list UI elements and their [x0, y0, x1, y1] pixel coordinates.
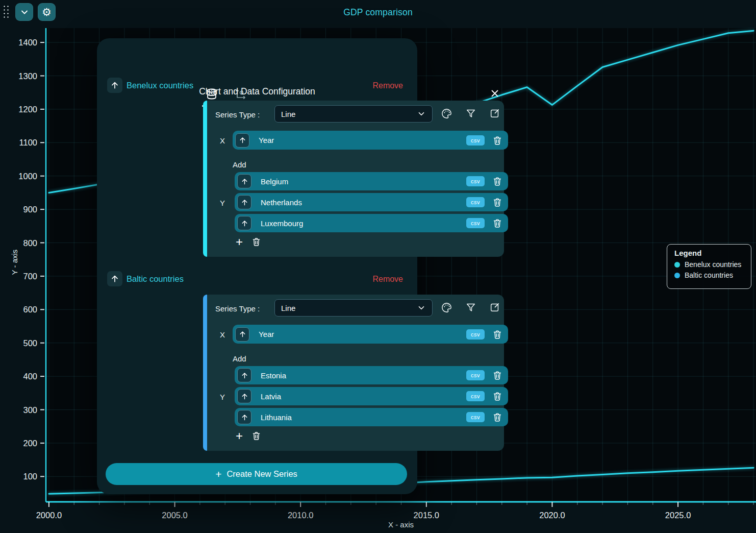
y-tick-label: 400	[23, 372, 37, 381]
y-tick-label: 1200	[18, 105, 37, 114]
drag-handle-icon[interactable]	[3, 5, 10, 20]
chart-legend[interactable]: Legend Benelux countries Baltic countrie…	[667, 244, 751, 289]
legend-label: Benelux countries	[685, 260, 741, 269]
field-row-year[interactable]: Year csv	[233, 325, 508, 344]
collapse-toolbar-button[interactable]	[15, 3, 33, 21]
move-up-button[interactable]	[235, 133, 249, 148]
csv-badge[interactable]: csv	[466, 391, 485, 401]
filter-button[interactable]	[464, 107, 477, 120]
delete-fields-button[interactable]	[251, 236, 262, 247]
series-panel-baltic: Series Type : Line X Year csv Add Y Esto…	[203, 295, 504, 451]
remove-series-baltic[interactable]: Remove	[372, 275, 403, 284]
y-axis-row-label: Y	[220, 199, 225, 207]
y-tick-label: 100	[23, 472, 37, 481]
close-icon	[489, 88, 500, 99]
move-up-button[interactable]	[237, 174, 251, 188]
palette-button[interactable]	[440, 107, 453, 120]
chevron-down-icon	[19, 7, 30, 17]
move-up-button[interactable]	[237, 216, 251, 230]
csv-badge[interactable]: csv	[466, 412, 485, 422]
field-label: Year	[259, 330, 466, 338]
field-row-latvia[interactable]: Latvia csv	[235, 387, 508, 405]
funnel-icon	[465, 108, 476, 119]
trash-icon[interactable]	[492, 135, 503, 146]
collapse-series-benelux-button[interactable]	[107, 78, 122, 93]
field-row-luxembourg[interactable]: Luxembourg csv	[235, 214, 508, 232]
csv-badge[interactable]: csv	[466, 135, 485, 146]
settings-button[interactable]: ⚙	[38, 3, 56, 21]
csv-badge[interactable]: csv	[466, 218, 485, 228]
trash-icon[interactable]	[492, 391, 503, 402]
legend-dot-benelux	[674, 262, 680, 268]
filter-button[interactable]	[464, 301, 477, 314]
y-tick-label: 500	[23, 338, 37, 348]
create-new-series-button[interactable]: + Create New Series	[106, 463, 407, 485]
x-tick-label: 2015.0	[414, 511, 439, 520]
move-up-button[interactable]	[237, 389, 251, 403]
move-up-button[interactable]	[237, 368, 251, 382]
y-tick-label: 700	[23, 272, 37, 281]
add-label[interactable]: Add	[233, 354, 246, 363]
trash-icon[interactable]	[492, 176, 503, 187]
field-row-belgium[interactable]: Belgium csv	[235, 172, 508, 190]
edit-icon	[489, 108, 500, 119]
x-axis-row-label: X	[220, 136, 225, 145]
move-up-button[interactable]	[235, 327, 249, 342]
series-type-label: Series Type :	[215, 304, 260, 313]
chart-config-dialog: Chart and Data Configuration Benelux cou…	[97, 38, 417, 494]
trash-icon[interactable]	[492, 217, 503, 229]
legend-item: Baltic countries	[674, 271, 751, 279]
y-axis-row-label: Y	[220, 393, 225, 401]
trash-icon[interactable]	[492, 370, 503, 381]
field-row-netherlands[interactable]: Netherlands csv	[235, 193, 508, 211]
palette-icon	[441, 108, 452, 119]
add-field-button[interactable]: +	[236, 237, 243, 247]
palette-icon	[441, 302, 452, 313]
series-type-select[interactable]: Line	[274, 299, 433, 317]
remove-series-benelux[interactable]: Remove	[372, 81, 403, 90]
arrow-up-icon	[110, 80, 120, 90]
y-tick-label: 1000	[18, 172, 37, 181]
legend-label: Baltic countries	[685, 271, 733, 279]
delete-fields-button[interactable]	[251, 430, 262, 441]
chevron-down-icon	[417, 303, 426, 312]
close-dialog-button[interactable]	[488, 86, 502, 101]
field-label: Lithuania	[261, 413, 466, 422]
legend-dot-baltic	[674, 273, 680, 278]
field-label: Latvia	[261, 392, 466, 401]
field-row-year[interactable]: Year csv	[233, 131, 508, 150]
series-accent-bar	[203, 295, 207, 451]
palette-button[interactable]	[440, 301, 453, 314]
series-type-select[interactable]: Line	[274, 105, 433, 123]
y-tick-label: 300	[23, 405, 37, 415]
trash-icon[interactable]	[492, 411, 503, 423]
x-tick-label: 2010.0	[288, 511, 313, 520]
edit-button[interactable]	[488, 301, 501, 314]
move-up-button[interactable]	[237, 410, 251, 424]
create-new-series-label: Create New Series	[226, 469, 297, 479]
x-tick-label: 2025.0	[665, 511, 691, 520]
collapse-series-baltic-button[interactable]	[107, 271, 122, 286]
series-type-value: Line	[281, 304, 295, 312]
csv-badge[interactable]: csv	[466, 176, 485, 186]
field-label: Luxembourg	[261, 219, 466, 228]
move-up-button[interactable]	[237, 195, 251, 209]
edit-icon	[489, 302, 500, 313]
add-label[interactable]: Add	[233, 160, 246, 169]
series-type-value: Line	[281, 110, 295, 118]
trash-icon[interactable]	[492, 197, 503, 208]
field-row-estonia[interactable]: Estonia csv	[235, 366, 508, 384]
field-label: Belgium	[261, 177, 466, 186]
field-row-lithuania[interactable]: Lithuania csv	[235, 408, 508, 426]
add-field-button[interactable]: +	[236, 431, 243, 441]
legend-item: Benelux countries	[674, 260, 751, 269]
csv-badge[interactable]: csv	[466, 370, 485, 380]
series-panel-benelux: Series Type : Line X Year csv Add Y Belg…	[203, 101, 504, 257]
trash-icon[interactable]	[492, 329, 503, 340]
edit-button[interactable]	[488, 107, 501, 120]
field-label: Year	[259, 136, 466, 144]
csv-badge[interactable]: csv	[466, 329, 485, 340]
legend-title: Legend	[674, 249, 751, 257]
arrow-up-icon	[240, 177, 249, 186]
csv-badge[interactable]: csv	[466, 197, 485, 207]
